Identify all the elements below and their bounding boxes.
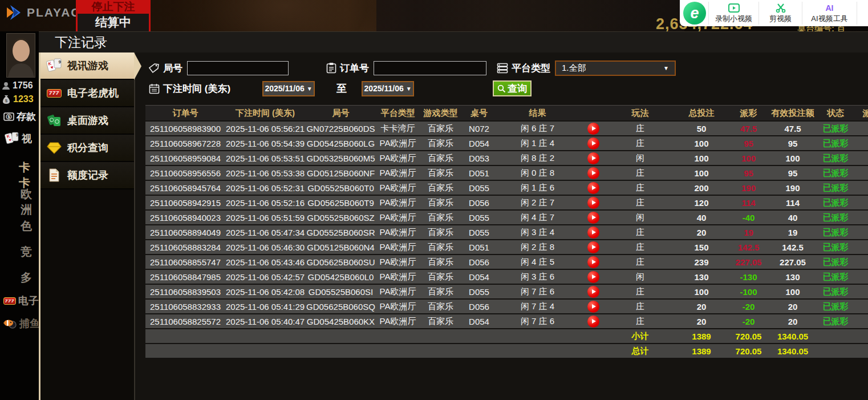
replay-video-icon[interactable]	[587, 138, 599, 150]
menu-item-quota[interactable]: 额度记录	[40, 162, 134, 189]
cell-bet-time: 2025-11-06 05:43:46	[225, 254, 305, 269]
video-games-tab-background[interactable]: K♥9 视	[5, 132, 32, 146]
menu-item-slots[interactable]: 777 电子老虎机	[40, 80, 134, 107]
cell-clipped	[853, 121, 868, 136]
replay-video-icon[interactable]	[587, 197, 599, 209]
menu-item-points[interactable]: 积分查询	[40, 135, 134, 162]
hall-europe-tab[interactable]: 欧洲	[21, 187, 39, 217]
bet-records-modal: 下注记录 K♥9 视讯游戏 777 电子老虎机 桌面游戏	[39, 31, 868, 400]
cut-video-button[interactable]: 剪视频	[759, 2, 802, 25]
lobby-sidebar-background: 1756 $ 1233 $ 存款 K♥9 视 卡卡 欧洲 色 竞 多 777 电…	[0, 31, 39, 400]
cell-clipped	[853, 254, 868, 269]
hall-jingmi-tab[interactable]: 竞	[21, 244, 32, 260]
cell-payout: -20	[730, 314, 767, 329]
replay-video-icon[interactable]	[587, 152, 599, 164]
cell-clipped	[853, 180, 868, 195]
bet-records-content: 局号 订单号 平台类型 1.全部 ▼ 下注时间 (美东)	[134, 52, 868, 400]
cell-payout: 227.05	[730, 254, 767, 269]
table-row: 251106058983900 2025-11-06 05:56:21 GN07…	[145, 121, 868, 136]
menu-label-points: 积分查询	[67, 141, 108, 155]
grand-total-label: 总计	[607, 344, 673, 358]
platform-type-select[interactable]: 1.全部 ▼	[555, 60, 676, 76]
date-from-picker[interactable]: 2025/11/06 ▼	[262, 81, 315, 96]
replay-video-icon[interactable]	[587, 241, 599, 253]
cell-bet-time: 2025-11-06 05:53:51	[225, 151, 305, 165]
ai-video-tools-label: AI视频工具	[811, 14, 847, 24]
round-no-input[interactable]	[187, 61, 289, 75]
subtotal-label: 小计	[607, 329, 673, 344]
cell-platform: PA欧洲厅	[376, 151, 419, 165]
ai-video-tools-button[interactable]: AI AI视频工具	[802, 2, 857, 25]
cell-play-type: 庄	[607, 136, 673, 151]
cell-order-no: 251106058967228	[145, 136, 225, 151]
cell-play-type: 闲	[607, 269, 673, 284]
replay-video-icon[interactable]	[587, 182, 599, 194]
replay-video-icon[interactable]	[587, 256, 599, 268]
cell-status: 已派彩	[818, 180, 853, 195]
cell-payout: -100	[730, 284, 767, 299]
record-video-icon	[728, 3, 740, 13]
cell-total-bet: 200	[673, 180, 730, 195]
replay-video-icon[interactable]	[587, 227, 599, 239]
table-row: 251106058894049 2025-11-06 05:47:34 GD05…	[145, 225, 868, 240]
cell-payout: 100	[730, 151, 767, 165]
cell-game-type: 百家乐	[419, 121, 462, 136]
cell-valid-bet: 20	[767, 299, 818, 314]
video-games-label: 视	[22, 132, 32, 146]
cell-payout: 95	[730, 165, 767, 180]
cell-video	[579, 240, 607, 254]
cell-play-type: 庄	[607, 284, 673, 299]
menu-item-video-games[interactable]: K♥9 视讯游戏	[40, 52, 134, 80]
cell-play-type: 闲	[607, 210, 673, 225]
date-to-picker[interactable]: 2025/11/06 ▼	[362, 81, 414, 96]
modal-title-bar: 下注记录	[39, 32, 868, 52]
cell-bet-time: 2025-11-06 05:52:31	[225, 180, 305, 195]
cell-valid-bet: 114	[767, 195, 818, 210]
cell-total-bet: 130	[673, 269, 730, 284]
record-video-button[interactable]: 录制小视频	[708, 2, 759, 25]
cell-game-type: 百家乐	[419, 165, 462, 180]
platform-type-value: 1.全部	[562, 63, 586, 74]
replay-video-icon[interactable]	[587, 316, 599, 328]
cell-bet-time: 2025-11-06 05:53:38	[225, 165, 305, 180]
replay-video-icon[interactable]	[587, 301, 599, 313]
replay-video-icon[interactable]	[587, 212, 599, 224]
cell-game-type: 百家乐	[419, 269, 462, 284]
order-no-input[interactable]	[374, 61, 486, 75]
cell-result: 闲 1 庄 4	[496, 136, 579, 151]
hall-sedie-tab[interactable]: 色	[21, 219, 32, 234]
cell-play-type: 庄	[607, 225, 673, 240]
replay-video-icon[interactable]	[587, 271, 599, 283]
hall-kaka-tab[interactable]: 卡卡	[19, 160, 39, 191]
subtotal-row: 小计 1389 720.05 1340.05	[145, 329, 868, 344]
cell-platform: PA欧洲厅	[376, 269, 419, 284]
replay-video-icon[interactable]	[587, 123, 599, 135]
extension-logo-icon[interactable]: e	[683, 2, 706, 25]
cut-video-label: 剪视频	[769, 14, 792, 24]
header-valid-bet: 有效投注额	[767, 106, 818, 121]
menu-item-table-games[interactable]: 桌面游戏	[40, 107, 134, 135]
menu-label-table-games: 桌面游戏	[67, 114, 108, 127]
cell-valid-bet: 190	[767, 180, 818, 195]
cell-total-bet: 40	[673, 210, 730, 225]
playing-cards-icon: K♥9	[5, 132, 19, 146]
query-button[interactable]: 查询	[493, 80, 532, 96]
grand-total-total: 1389	[673, 344, 730, 358]
money-bag-icon: $	[2, 95, 11, 104]
deposit-button[interactable]: $ 存款	[3, 110, 36, 123]
search-icon	[497, 84, 506, 93]
cell-payout: 19	[730, 225, 767, 240]
cell-table-no: D055	[462, 180, 496, 195]
cell-payout: -130	[730, 269, 767, 284]
slots-tab-background[interactable]: 777 电子	[3, 294, 39, 308]
fishing-tab-background[interactable]: 捕鱼	[3, 317, 40, 330]
replay-video-icon[interactable]	[587, 286, 599, 298]
mini-window-button[interactable]: 小	[857, 2, 868, 25]
replay-video-icon[interactable]	[587, 167, 599, 179]
cell-table-no: D056	[462, 195, 496, 210]
cell-clipped	[853, 240, 868, 254]
table-games-icon	[46, 113, 62, 128]
cell-play-type: 庄	[607, 240, 673, 254]
tag-icon	[149, 63, 160, 74]
hall-duotai-tab[interactable]: 多	[21, 270, 32, 285]
